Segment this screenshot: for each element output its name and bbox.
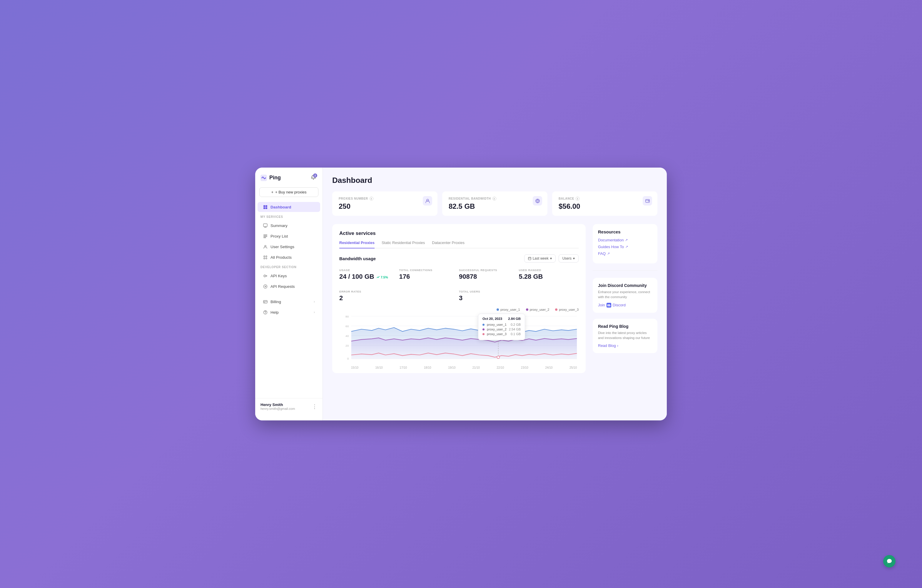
sidebar-item-proxy-list[interactable]: Proxy List: [258, 231, 320, 241]
sidebar-item-label-api-keys: API Keys: [270, 274, 287, 278]
user-email: henry.smith@gmail.com: [260, 407, 295, 410]
stat-card-bandwidth: RESIDENTIAL BANDWIDTH i 82.5 GB: [442, 191, 548, 216]
sidebar-item-all-products[interactable]: All Products: [258, 252, 320, 262]
sidebar-item-label-api-requests: API Requests: [270, 284, 295, 289]
tooltip-username1: proxy_user_1: [487, 323, 508, 326]
notification-button[interactable]: 2: [310, 173, 317, 182]
legend-user1: proxy_user_1: [497, 308, 520, 311]
proxies-info-icon[interactable]: i: [369, 197, 373, 201]
dashboard-icon: [263, 205, 268, 209]
documentation-link[interactable]: Documentation ↗: [598, 238, 652, 242]
user-more-button[interactable]: ⋮: [312, 403, 317, 410]
sidebar-item-help[interactable]: Help ›: [258, 307, 320, 317]
discord-desc: Enhance your experience, connect with th…: [598, 289, 652, 300]
legend-label-user3: proxy_user_3: [559, 308, 579, 311]
filter-users-chevron-icon: ▾: [573, 256, 575, 260]
svg-point-19: [264, 276, 265, 276]
balance-info-icon[interactable]: i: [575, 197, 579, 201]
legend-dot-user2: [526, 309, 528, 311]
notification-badge: 2: [313, 173, 317, 178]
sidebar-item-api-requests[interactable]: API Requests: [258, 281, 320, 291]
read-blog-arrow-icon: ›: [617, 343, 618, 348]
sidebar-item-api-keys[interactable]: API Keys: [258, 271, 320, 281]
stat-label-balance: BALANCE i: [559, 197, 651, 201]
svg-text:60: 60: [345, 325, 349, 328]
svg-point-1: [262, 177, 263, 178]
billing-chevron-icon: ›: [314, 300, 315, 304]
svg-rect-23: [264, 302, 265, 302]
bandwidth-chart: 80 60 40 20 0: [339, 314, 579, 364]
usage-trend: 7.5%: [377, 276, 388, 279]
filter-users-button[interactable]: Users ▾: [559, 254, 579, 263]
sidebar-item-billing[interactable]: Billing ›: [258, 297, 320, 307]
guides-link[interactable]: Guides How To ↗: [598, 245, 652, 249]
developer-section-label: DEVELOPER SECTION: [255, 263, 322, 271]
svg-rect-29: [648, 201, 649, 201]
help-chevron-icon: ›: [314, 310, 315, 314]
sidebar-item-label-proxy-list: Proxy List: [270, 234, 288, 238]
tooltip-user2-row: proxy_user_2 2.54 GB: [482, 328, 521, 331]
filter-time-button[interactable]: Last week ▾: [524, 254, 556, 263]
discord-link[interactable]: Join Discord: [598, 303, 652, 307]
stat-value-proxies: 250: [339, 202, 431, 211]
svg-text:0: 0: [347, 357, 349, 360]
legend-label-user1: proxy_user_1: [500, 308, 520, 311]
chat-button[interactable]: [883, 555, 896, 567]
chart-tooltip: Oct 20, 2023 2.84 GB proxy_user_1 0.2 GB…: [478, 314, 525, 340]
x-label-8: 23/10: [521, 366, 528, 369]
svg-text:20: 20: [345, 344, 349, 347]
page-title: Dashboard: [332, 176, 657, 185]
tooltip-dot-user1: [482, 324, 484, 326]
main-content: Dashboard PROXIES NUMBER i 250 RESID: [323, 168, 667, 420]
api-requests-icon: [263, 284, 268, 289]
tab-residential-proxies[interactable]: Residential Proxies: [339, 240, 374, 248]
stat-value-balance: $56.00: [559, 202, 651, 211]
buy-new-proxies-button[interactable]: + + Buy new proxies: [259, 187, 319, 197]
svg-point-25: [265, 313, 265, 314]
sidebar: Ping 2 + + Buy new proxies: [255, 168, 323, 420]
logo: Ping: [260, 175, 281, 181]
svg-rect-4: [265, 205, 267, 207]
chart-legend: proxy_user_1 proxy_user_2 proxy_user_3: [339, 308, 579, 311]
x-label-9: 24/10: [545, 366, 553, 369]
faq-link[interactable]: FAQ ↗: [598, 252, 652, 256]
tab-datacenter[interactable]: Datacenter Proxies: [432, 240, 464, 248]
metric-value-users: 3: [459, 294, 579, 302]
metric-error-rates: ERROR RATES 2: [339, 289, 459, 305]
read-blog-link[interactable]: Read Blog ›: [598, 343, 652, 348]
plus-icon: +: [271, 190, 273, 194]
sidebar-item-user-settings[interactable]: User Settings: [258, 242, 320, 252]
user-info: Henry Smith henry.smith@gmail.com: [260, 402, 295, 410]
chart-x-labels: 15/10 16/10 17/10 18/10 19/10 21/10 22/1…: [339, 365, 579, 369]
user-settings-icon: [263, 244, 268, 249]
stat-card-proxies: PROXIES NUMBER i 250: [332, 191, 438, 216]
guides-label: Guides How To: [598, 245, 624, 249]
tooltip-dot-user3: [482, 333, 484, 335]
svg-point-2: [265, 177, 266, 178]
sidebar-item-dashboard[interactable]: Dashboard: [258, 202, 320, 212]
api-keys-icon: [263, 273, 268, 278]
guides-ext-icon: ↗: [625, 245, 628, 249]
metrics-row-2: ERROR RATES 2 TOTAL USERS 3: [339, 289, 579, 305]
sidebar-item-label-all-products: All Products: [270, 255, 292, 260]
metric-value-error: 2: [339, 294, 459, 302]
read-blog-label: Read Blog: [598, 343, 616, 348]
tooltip-user3-row: proxy_user_3 0.1 GB: [482, 332, 521, 336]
sidebar-item-label-help: Help: [270, 310, 279, 315]
resources-panel: Resources Documentation ↗ Guides How To …: [593, 224, 657, 373]
logo-icon: [260, 175, 267, 181]
filter-users-label: Users: [562, 256, 572, 260]
bandwidth-info-icon[interactable]: i: [492, 197, 496, 201]
svg-rect-7: [263, 224, 267, 227]
proxy-list-icon: [263, 234, 268, 238]
sidebar-item-label-dashboard: Dashboard: [270, 205, 291, 209]
documentation-ext-icon: ↗: [625, 238, 628, 242]
my-services-section-label: MY SERVICES: [255, 212, 322, 220]
faq-label: FAQ: [598, 252, 606, 256]
tooltip-user1-row: proxy_user_1 0.2 GB: [482, 323, 521, 326]
svg-point-46: [497, 356, 500, 359]
tab-static-residential[interactable]: Static Residential Proxies: [382, 240, 425, 248]
filter-time-label: Last week: [533, 256, 549, 260]
svg-text:80: 80: [345, 315, 349, 318]
sidebar-item-summary[interactable]: Summary: [258, 220, 320, 230]
